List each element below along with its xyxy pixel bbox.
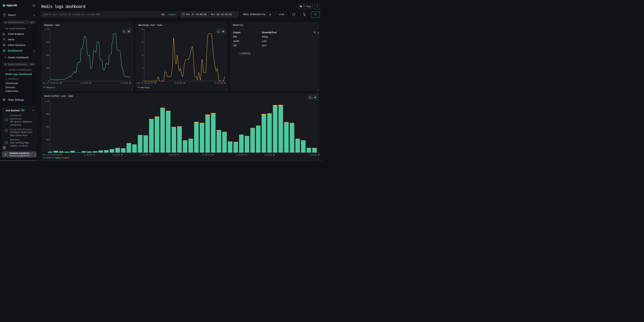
svg-text:Oct 27 10:00:00 AM: Oct 27 10:00:00 AM [42, 82, 62, 84]
svg-text:18: 18 [141, 41, 143, 44]
svg-text:4:00:00 PM: 4:00:00 PM [112, 154, 123, 156]
svg-text:9:30:00 AM: 9:30:00 AM [309, 154, 320, 156]
svg-text:12: 12 [141, 54, 143, 56]
svg-text:?: ? [4, 146, 5, 149]
svg-text:24: 24 [141, 28, 143, 30]
svg-text:9:00:00 PM: 9:00:00 PM [168, 154, 180, 156]
svg-text:6:30:00 PM: 6:30:00 PM [140, 154, 151, 156]
svg-text:info: info [46, 157, 51, 159]
svg-text:5:30:00 AM: 5:30:00 AM [264, 154, 275, 156]
svg-text:Oct 27 10:00:00 AM: Oct 27 10:00:00 AM [137, 82, 156, 84]
svg-text:900: 900 [46, 113, 49, 116]
svg-text:12:00:00 AM: 12:00:00 AM [202, 154, 214, 156]
svg-text:1.2K: 1.2K [44, 28, 49, 30]
svg-text:300: 300 [46, 139, 49, 141]
svg-text:Requests: Requests [47, 86, 56, 89]
svg-text:1.2K: 1.2K [44, 100, 49, 102]
svg-text:900: 900 [46, 41, 49, 44]
svg-text:600: 600 [46, 126, 49, 128]
svg-text:9:30:00 AM: 9:30:00 AM [214, 82, 226, 84]
svg-text:debug: debug [55, 157, 60, 159]
svg-text:9:30:00 AM: 9:30:00 AM [120, 82, 131, 84]
svg-text:Oct 27 10:00:00 AM: Oct 27 10:00:00 AM [42, 154, 62, 156]
svg-text:warn: warn [64, 157, 69, 159]
svg-text:6: 6 [142, 67, 144, 70]
svg-text:300: 300 [46, 67, 49, 70]
svg-text:8:30:00 PM: 8:30:00 PM [80, 82, 91, 84]
svg-text:8:30:00 PM: 8:30:00 PM [174, 82, 186, 84]
svg-text:1:30:00 PM: 1:30:00 PM [84, 154, 95, 156]
svg-text:3:00:00 AM: 3:00:00 AM [236, 154, 247, 156]
svg-text:600: 600 [46, 54, 49, 56]
svg-text:Warnings: Warnings [141, 86, 150, 89]
